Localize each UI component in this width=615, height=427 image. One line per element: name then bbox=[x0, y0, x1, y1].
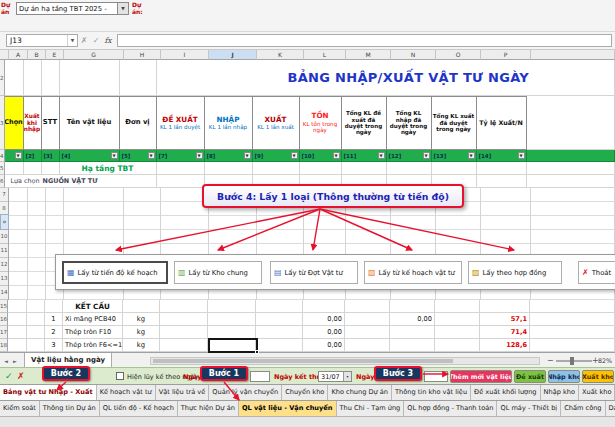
cell-unit[interactable]: kg bbox=[123, 326, 160, 339]
cell-unit[interactable]: kg bbox=[123, 339, 160, 352]
cancel-icon[interactable]: ✗ bbox=[17, 371, 25, 381]
horizontal-scrollbar[interactable] bbox=[150, 357, 540, 365]
ngay-x-field[interactable] bbox=[424, 371, 448, 382]
confirm-icon[interactable]: ✓ bbox=[5, 371, 13, 381]
column-letter[interactable]: G bbox=[64, 50, 124, 60]
grid-cell[interactable] bbox=[256, 339, 303, 352]
filter-cell[interactable]: [3] bbox=[42, 150, 60, 162]
cell-tong-nhap[interactable]: 0,00 bbox=[390, 313, 435, 326]
tab-ql-vat-lieu-van-chuyen[interactable]: QL vật liệu - Vận chuyển bbox=[239, 401, 337, 416]
filter-cell[interactable]: [12]▼ bbox=[387, 150, 432, 162]
grid-cell[interactable] bbox=[8, 326, 27, 339]
source-label-cell[interactable]: Lựa chọn NGUỒN VẬT TƯ bbox=[5, 175, 157, 188]
grid-cell[interactable] bbox=[530, 313, 615, 326]
zoom-slider-thumb[interactable] bbox=[570, 357, 574, 365]
grid-cell[interactable] bbox=[5, 60, 24, 96]
cell-material-name[interactable]: Thép tròn F10 bbox=[63, 326, 123, 339]
column-letter[interactable]: M bbox=[346, 50, 391, 60]
grid-cell[interactable] bbox=[8, 300, 27, 313]
grid-cell[interactable] bbox=[160, 326, 208, 339]
corner-cell[interactable] bbox=[0, 50, 9, 60]
header-chon[interactable]: Chọn bbox=[5, 96, 24, 150]
tab-nhap-kho[interactable]: Nhập kho bbox=[541, 385, 579, 400]
grid-cell[interactable] bbox=[432, 162, 477, 175]
cell-material-name[interactable]: Xi măng PCB40 bbox=[63, 313, 123, 326]
row-number[interactable]: 13 bbox=[0, 272, 8, 286]
tab-kiem-soat[interactable]: Kiểm soát bbox=[0, 401, 40, 416]
tab-danh-sach-du-an[interactable]: Danh sách Dự án - Công trình bbox=[606, 401, 615, 416]
tab-vat-lieu-tra-ve[interactable]: Vật liệu trả về bbox=[156, 385, 210, 400]
sheet-title-cell[interactable]: BẢNG NHẬP/XUẤT VẬT TƯ NGÀY bbox=[157, 60, 615, 96]
column-letter[interactable]: B bbox=[28, 50, 46, 60]
grid-cell[interactable] bbox=[530, 326, 615, 339]
btn-lay-theo-hop-dong[interactable]: ▨ Lấy theo hợp đồng bbox=[468, 261, 562, 284]
filter-arrow-icon[interactable]: ▼ bbox=[244, 152, 251, 159]
project-dropdown[interactable]: Dự án hạ tầng TBT 2025 - ▼ bbox=[16, 2, 129, 15]
luy-ke-checkbox[interactable] bbox=[116, 372, 124, 380]
column-letter[interactable]: K bbox=[257, 50, 304, 60]
column-letter[interactable]: H bbox=[124, 50, 161, 60]
tab-cham-cong[interactable]: Chấm công bbox=[561, 401, 605, 416]
them-moi-vat-lieu-button[interactable]: Thêm mới vật liệu bbox=[450, 370, 512, 383]
filter-arrow-icon[interactable]: ▼ bbox=[468, 152, 475, 159]
column-letter[interactable]: N bbox=[391, 50, 436, 60]
cell-material-name[interactable]: Thép tròn F6<=18mm bbox=[63, 339, 123, 352]
filter-cell[interactable]: [2] bbox=[24, 150, 42, 162]
row-number[interactable]: 12 bbox=[0, 258, 8, 272]
grid-cell[interactable] bbox=[527, 162, 615, 175]
grid-cell[interactable] bbox=[8, 339, 27, 352]
grid-cell[interactable] bbox=[27, 339, 45, 352]
chevron-down-icon[interactable]: ▼ bbox=[67, 35, 77, 46]
filter-cell[interactable] bbox=[527, 150, 615, 162]
header-don-vi[interactable]: Đơn vị bbox=[120, 96, 157, 150]
grid-cell[interactable] bbox=[477, 175, 527, 188]
filter-cell[interactable]: [5]▼ bbox=[120, 150, 157, 162]
tab-thong-tin-kho-vat-lieu[interactable]: Thông tin kho vật liệu bbox=[392, 385, 471, 400]
tab-bang-vat-tu-nhap-xuat[interactable]: Bảng vật tư Nhập - Xuất bbox=[0, 385, 97, 400]
row-number[interactable]: 11 bbox=[0, 244, 8, 258]
tab-quan-ly-van-chuyen[interactable]: Quản lý vận chuyển bbox=[209, 385, 282, 400]
grid-cell[interactable] bbox=[157, 175, 205, 188]
de-xuat-button[interactable]: Đề xuất bbox=[514, 370, 546, 383]
name-box[interactable]: J13 ▼ bbox=[6, 34, 78, 47]
panel-expand-toggle[interactable]: » bbox=[0, 214, 9, 230]
chevron-down-icon[interactable]: ▼ bbox=[117, 3, 128, 14]
header-xuat-khi-nhap[interactable]: Xuất khi nhập bbox=[24, 96, 42, 150]
spinner-icon[interactable]: ▾ bbox=[343, 372, 351, 381]
header-ten-vat-lieu[interactable]: Tên vật liệu bbox=[60, 96, 120, 150]
header-tong-nhap[interactable]: Tổng KL nhập đã duyệt trong ngày bbox=[387, 96, 432, 150]
grid-cell[interactable] bbox=[480, 300, 530, 313]
grid-cell[interactable] bbox=[387, 162, 432, 175]
start-date-field[interactable] bbox=[250, 371, 270, 382]
btn-lay-tu-kho-chung[interactable]: ▥ Lấy từ Kho chung bbox=[174, 261, 262, 284]
grid-cell[interactable] bbox=[435, 313, 480, 326]
filter-cell[interactable]: [7]▼ bbox=[157, 150, 205, 162]
column-letter-empty[interactable] bbox=[531, 50, 615, 60]
grid-cell[interactable] bbox=[208, 313, 256, 326]
grid-cell[interactable] bbox=[253, 162, 300, 175]
btn-lay-tu-ke-hoach[interactable]: ▧ Lấy từ kế hoạch vật tư bbox=[364, 261, 462, 284]
column-letter[interactable]: O bbox=[436, 50, 481, 60]
zoom-slider[interactable] bbox=[556, 360, 592, 362]
cell-tong-nhap[interactable] bbox=[390, 326, 435, 339]
filter-cell[interactable]: [11]▼ bbox=[342, 150, 387, 162]
zoom-out-icon[interactable]: − bbox=[547, 356, 554, 365]
column-letter[interactable]: A bbox=[9, 50, 28, 60]
filter-arrow-icon[interactable]: ▼ bbox=[196, 152, 203, 159]
grid-cell[interactable] bbox=[157, 162, 205, 175]
tab-kho-chung-du-an[interactable]: Kho chung Dự án bbox=[328, 385, 392, 400]
cell-unit[interactable]: kg bbox=[123, 313, 160, 326]
cell-tong-nhap[interactable] bbox=[390, 339, 435, 352]
filter-arrow-icon[interactable]: ▼ bbox=[15, 152, 22, 159]
grid-cell[interactable] bbox=[60, 60, 120, 96]
grid-cell[interactable] bbox=[390, 300, 435, 313]
nhap-kho-button[interactable]: Nhập kho bbox=[548, 370, 580, 383]
filter-arrow-icon[interactable]: ▼ bbox=[148, 152, 155, 159]
cell-ton[interactable]: 0,00 bbox=[303, 313, 345, 326]
grid-cell[interactable] bbox=[8, 313, 27, 326]
header-nhap[interactable]: NHẬP KL 1 lần nhập bbox=[205, 96, 253, 150]
filter-arrow-icon[interactable]: ▼ bbox=[378, 152, 385, 159]
tab-thuc-hien-du-an[interactable]: Thực hiện Dự án bbox=[178, 401, 239, 416]
row-number[interactable]: 16 bbox=[0, 313, 8, 326]
btn-lay-tu-tien-do[interactable]: ▦ Lấy từ tiến độ kế hoạch bbox=[62, 261, 168, 284]
